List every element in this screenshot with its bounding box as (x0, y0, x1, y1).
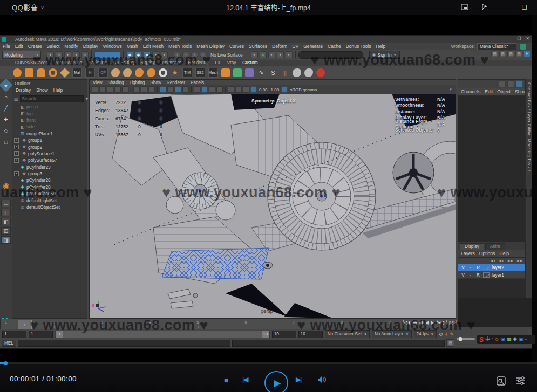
menu-select[interactable]: Select (46, 44, 59, 49)
expand-icon[interactable]: + (14, 171, 19, 176)
shelf-tab-rigging[interactable]: Rigging (140, 60, 155, 65)
app-menu-caret-icon[interactable]: ∨ (40, 5, 44, 10)
gamma-value[interactable]: 1.00 (271, 87, 280, 92)
outliner-item-group3[interactable]: +✥group3 (12, 170, 87, 177)
menu-display[interactable]: Display (83, 44, 98, 49)
chevron-down-icon[interactable]: ▼ (85, 97, 89, 101)
hand-tool-1-icon[interactable] (135, 68, 144, 77)
status-icon-select-object[interactable]: ◆ (135, 51, 142, 58)
menu-uv[interactable]: UV (292, 44, 298, 49)
status-icon-outliner-toggle[interactable]: ▤ (515, 50, 522, 57)
maya-minimize-icon[interactable]: — (508, 36, 512, 41)
expand-icon[interactable]: + (14, 145, 19, 149)
ime-slider-knob[interactable] (459, 337, 462, 341)
shelf-tab-uv-editing[interactable]: UV Editing (113, 60, 134, 65)
shaded-icon[interactable] (201, 86, 208, 93)
menu-modify[interactable]: Modify (64, 44, 78, 49)
outliner-item-polysurface1[interactable]: +✥polySurface1 (12, 150, 87, 157)
auto-key-icon[interactable]: ✎ (450, 332, 454, 337)
star-tool-icon[interactable]: ★ (171, 68, 179, 77)
grid-icon[interactable] (148, 86, 155, 93)
layer-color-swatch[interactable] (483, 265, 490, 270)
layout-outliner-persp[interactable]: ◨ (1, 236, 11, 244)
outliner-item-front[interactable]: ◧front (12, 117, 87, 123)
status-icon-snap-curve[interactable]: ▪ (161, 51, 168, 58)
status-icon-attr-editor-toggle[interactable]: ▤ (491, 50, 498, 57)
maya-restore-icon[interactable]: ❐ (517, 36, 521, 41)
shelf-tab-sculpting[interactable]: Sculpting (89, 60, 107, 65)
status-icon-snap-grid[interactable]: ▪ (152, 51, 159, 58)
layout-two-pane-stacked[interactable]: ◧ (1, 218, 11, 225)
attribute-editor-icon[interactable] (499, 80, 506, 87)
curve-tool-n-icon[interactable]: ∿ (257, 68, 266, 77)
layer-row-layer2[interactable]: V·Rlayer2 (458, 264, 525, 271)
outliner-menu-help[interactable]: Help (53, 87, 63, 93)
textured-icon[interactable] (209, 86, 215, 93)
outliner-item-group1[interactable]: +✥group1 (12, 137, 87, 143)
viewport-panel[interactable]: ViewShadingLightingShowRendererPanels 0.… (89, 79, 456, 319)
step-forward-frame-button[interactable]: |▶ (437, 320, 440, 325)
video-region[interactable]: Autodesk Maya 2018: D:\work\common\Work\… (0, 15, 537, 362)
lasso-tool[interactable]: ○ (1, 92, 11, 101)
select-camera-icon[interactable] (92, 86, 98, 93)
go-to-end-button[interactable]: ▶▶| (450, 320, 456, 325)
keyboard-icon[interactable]: ▦ (507, 337, 512, 342)
highlight-field[interactable] (94, 51, 120, 59)
grease-pencil-icon[interactable] (141, 86, 147, 93)
previous-button[interactable]: |◀ (242, 375, 247, 383)
mic-icon[interactable]: ◉ (501, 337, 505, 342)
toolbox-icon[interactable]: ✚ (513, 337, 518, 342)
status-icon-snap-point[interactable]: ◦ (174, 51, 181, 58)
outliner-item-group2[interactable]: +✥group2 (12, 143, 87, 150)
settings-sliders-icon[interactable] (516, 376, 526, 387)
tab-modeling-toolkit[interactable]: Modeling Toolkit (527, 139, 532, 171)
layer-playback-toggle[interactable]: · (468, 265, 473, 270)
outliner-item-polysurface59[interactable]: ◈polySurface59 (12, 190, 87, 197)
status-icon-undo[interactable]: ▪ (73, 51, 80, 58)
set-key-icon[interactable]: ♦ (445, 331, 447, 337)
menu-cache[interactable]: Cache (328, 44, 341, 49)
anim-end-field[interactable]: 10 (298, 331, 323, 338)
layout-single-pane[interactable]: ▭ (1, 200, 11, 207)
character-set-select[interactable]: No Character Set▼ (325, 330, 370, 338)
layer-display-type-toggle[interactable]: R (475, 265, 481, 270)
sculpt-b-icon[interactable] (304, 68, 313, 77)
expand-icon[interactable]: + (14, 151, 19, 156)
range-slider[interactable]: 1 10 (55, 331, 270, 338)
menu-create[interactable]: Create (28, 44, 42, 49)
chip-cp-icon[interactable]: CP (98, 68, 108, 78)
viewport-menu-renderer[interactable]: Renderer (167, 80, 185, 85)
gate-mask-icon[interactable] (175, 86, 181, 93)
outliner-item-defaultobjectset[interactable]: ◎defaultObjectSet (12, 204, 87, 210)
menu-help[interactable]: Help (376, 44, 386, 49)
progress-bar[interactable] (0, 362, 537, 364)
playback-end-field[interactable]: 10 (272, 331, 296, 338)
layer-menu-options[interactable]: Options (479, 251, 495, 256)
outliner-menu-display[interactable]: Display (16, 87, 31, 93)
empty-layer-icon[interactable]: ◄■ (507, 259, 513, 263)
viewport-menu-lighting[interactable]: Lighting (130, 80, 145, 85)
menu-windows[interactable]: Windows (103, 44, 122, 49)
shelf-tab-vray[interactable]: Vray (227, 60, 236, 65)
status-icon-tool-settings-toggle[interactable]: ▤ (499, 50, 506, 57)
layer-color-swatch[interactable] (483, 272, 490, 278)
viewport-menu-view[interactable]: View (93, 80, 103, 85)
outliner-item-imageplane1[interactable]: ▨imagePlane1 (12, 130, 87, 137)
orange-pair-icon[interactable] (221, 68, 230, 77)
app-name[interactable]: QQ影音 (12, 2, 38, 12)
new-layer-icon[interactable]: ◄■ (516, 259, 522, 263)
outliner-menu-show[interactable]: Show (36, 87, 48, 93)
outliner-item-pcylinder26[interactable]: ◈pCylinder26 (12, 177, 87, 183)
step-forward-key-button[interactable]: ▶| (443, 320, 447, 325)
next-button[interactable]: ▶| (296, 375, 301, 383)
viewport-menu-panels[interactable]: Panels (191, 80, 204, 85)
screenshot-tool-icon[interactable] (497, 376, 506, 388)
mat-chip-icon[interactable]: Mat (72, 68, 82, 78)
layer-playback-toggle[interactable]: · (468, 272, 473, 278)
mini-mode-icon[interactable] (457, 2, 473, 12)
move-layer-up-icon[interactable]: ◄• (490, 259, 495, 263)
minimize-button[interactable]: — (497, 2, 513, 12)
menu-edit-mesh[interactable]: Edit Mesh (143, 44, 164, 49)
soft-modification[interactable]: ◉ (1, 181, 11, 190)
green-checker-icon[interactable] (233, 68, 242, 77)
